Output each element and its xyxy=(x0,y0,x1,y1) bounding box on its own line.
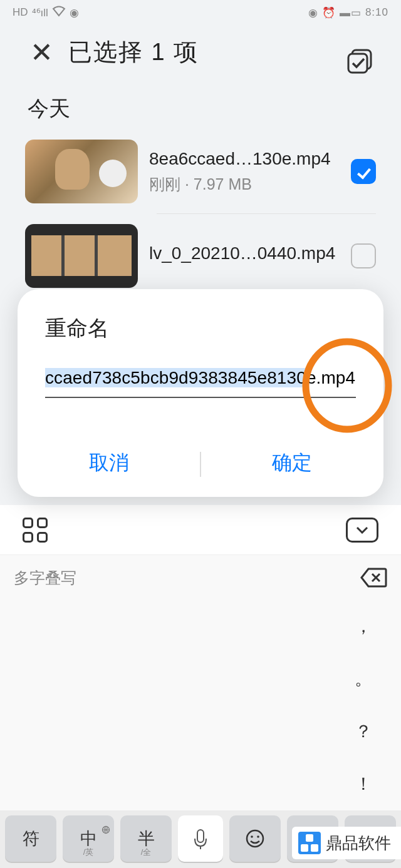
eye-icon: ◉ xyxy=(308,6,318,19)
punctuation-column: ， 。 ？ ！ xyxy=(345,600,382,810)
nfc-icon: ◉ xyxy=(70,6,79,19)
emoji-key[interactable] xyxy=(229,815,281,862)
close-button[interactable]: ✕ xyxy=(30,36,53,68)
file-info: lv_0_20210…0440.mp4 xyxy=(149,243,340,268)
punct-key[interactable]: ？ xyxy=(345,707,382,756)
svg-rect-4 xyxy=(197,830,204,842)
wifi-icon xyxy=(52,6,66,20)
handwriting-area[interactable]: ， 。 ？ ！ xyxy=(0,600,401,810)
symbol-key[interactable]: 符 xyxy=(5,815,56,862)
space-key[interactable] xyxy=(178,815,223,862)
cancel-button[interactable]: 取消 xyxy=(18,432,200,497)
video-thumbnail xyxy=(25,224,138,288)
language-key[interactable]: 中/英 xyxy=(63,815,114,862)
status-left: HD ⁴⁶ıll ◉ xyxy=(13,6,79,20)
clock-time: 8:10 xyxy=(365,6,388,19)
svg-point-7 xyxy=(257,835,259,838)
status-right: ◉ ⏰ ▬▭ 8:10 xyxy=(308,6,388,19)
signal-icon: ⁴⁶ıll xyxy=(32,6,48,19)
hd-icon: HD xyxy=(13,6,28,19)
width-key[interactable]: 半/全 xyxy=(120,815,172,862)
video-thumbnail xyxy=(25,140,138,203)
punct-key[interactable]: ， xyxy=(345,602,382,651)
file-name: 8ea6ccaed…130e.mp4 xyxy=(149,149,340,169)
dialog-title: 重命名 xyxy=(18,314,383,362)
svg-point-6 xyxy=(251,835,253,838)
file-checkbox[interactable] xyxy=(351,243,376,268)
selection-header: ✕ 已选择 1 项 xyxy=(0,25,401,79)
watermark-icon xyxy=(298,832,321,854)
status-bar: HD ⁴⁶ıll ◉ ◉ ⏰ ▬▭ 8:10 xyxy=(0,0,401,25)
globe-icon xyxy=(102,819,110,828)
file-name: lv_0_20210…0440.mp4 xyxy=(149,243,340,263)
dialog-actions: 取消 确定 xyxy=(18,432,383,497)
keyboard-toolbar xyxy=(0,505,401,555)
punct-key[interactable]: ！ xyxy=(345,760,382,809)
watermark: 鼎品软件 xyxy=(292,827,401,859)
suggestion-bar: 多字叠写 xyxy=(0,555,401,600)
keyboard: 多字叠写 ， 。 ？ ！ 符 中/英 半/全 xyxy=(0,505,401,868)
keyboard-menu-icon[interactable] xyxy=(23,518,48,543)
file-checkbox[interactable] xyxy=(351,159,376,184)
rename-input[interactable]: ccaed738c5bcb9d9383845e8130e.mp4 xyxy=(45,362,356,398)
header-title: 已选择 1 项 xyxy=(68,36,199,68)
battery-icon: ▬▭ xyxy=(340,6,362,19)
suggestion-text: 多字叠写 xyxy=(14,568,76,588)
backspace-button[interactable] xyxy=(360,566,387,589)
alarm-icon: ⏰ xyxy=(322,6,336,19)
punct-key[interactable]: 。 xyxy=(345,655,382,703)
file-row[interactable]: lv_0_20210…0440.mp4 xyxy=(0,214,401,298)
watermark-text: 鼎品软件 xyxy=(326,832,391,854)
collapse-keyboard-button[interactable] xyxy=(346,518,378,543)
rename-dialog: 重命名 ccaed738c5bcb9d9383845e8130e.mp4 取消 … xyxy=(18,289,383,497)
section-today: 今天 xyxy=(0,79,401,130)
confirm-button[interactable]: 确定 xyxy=(201,432,383,497)
input-wrapper: ccaed738c5bcb9d9383845e8130e.mp4 xyxy=(18,362,383,398)
file-info: 8ea6ccaed…130e.mp4 刚刚 · 7.97 MB xyxy=(149,149,340,195)
svg-point-5 xyxy=(247,830,263,847)
svg-rect-1 xyxy=(348,54,367,73)
file-meta: 刚刚 · 7.97 MB xyxy=(149,174,340,195)
select-all-button[interactable] xyxy=(347,49,375,76)
file-row[interactable]: 8ea6ccaed…130e.mp4 刚刚 · 7.97 MB xyxy=(0,130,401,213)
